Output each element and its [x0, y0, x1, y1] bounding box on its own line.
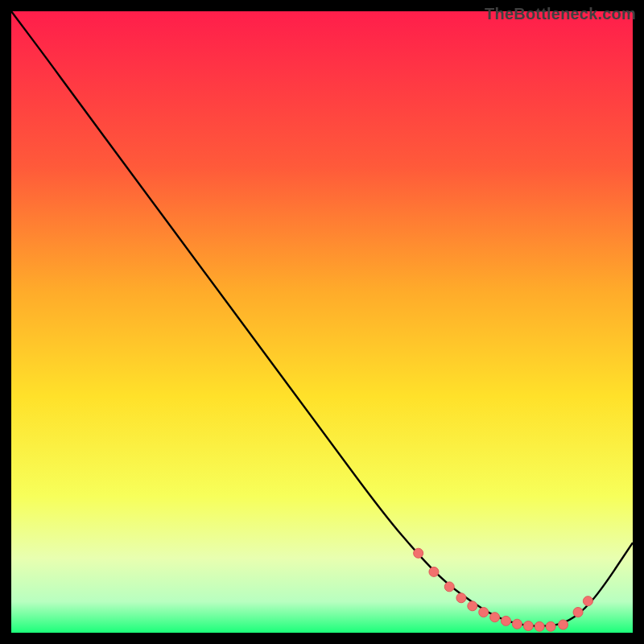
marker-point	[479, 608, 489, 617]
marker-point	[583, 597, 592, 606]
marker-point	[512, 619, 522, 629]
marker-point	[546, 621, 555, 631]
marker-point	[456, 593, 466, 603]
marker-point	[414, 548, 423, 558]
chart-svg	[0, 0, 644, 644]
marker-point	[444, 582, 454, 592]
marker-point	[468, 601, 477, 611]
marker-point	[502, 616, 511, 625]
marker-point	[523, 621, 533, 631]
marker-point	[559, 620, 568, 630]
marker-point	[535, 621, 544, 631]
marker-point	[429, 567, 439, 576]
marker-point	[573, 608, 583, 617]
chart-frame: TheBottleneck.com	[0, 0, 644, 644]
marker-point	[490, 613, 500, 622]
plot-background	[11, 11, 633, 633]
